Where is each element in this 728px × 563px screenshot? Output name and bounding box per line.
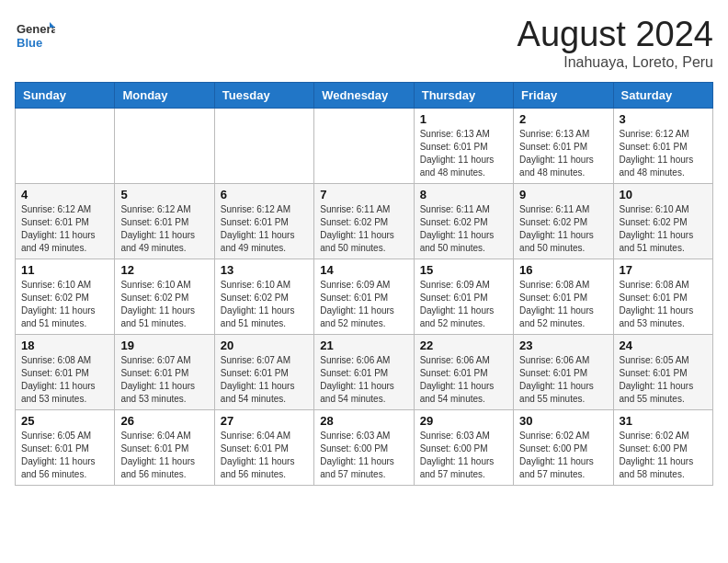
day-number: 30 [519,414,607,428]
day-info: Sunrise: 6:08 AMSunset: 6:01 PMDaylight:… [620,279,707,330]
day-info: Sunrise: 6:09 AMSunset: 6:01 PMDaylight:… [320,279,407,330]
calendar-cell: 4Sunrise: 6:12 AMSunset: 6:01 PMDaylight… [16,184,115,259]
day-number: 3 [620,112,707,126]
calendar-cell: 2Sunrise: 6:13 AMSunset: 6:01 PMDaylight… [514,109,613,184]
day-number: 6 [221,188,308,201]
calendar-cell: 21Sunrise: 6:06 AMSunset: 6:01 PMDayligh… [314,335,414,410]
calendar-cell: 29Sunrise: 6:03 AMSunset: 6:00 PMDayligh… [414,410,513,486]
calendar-cell: 8Sunrise: 6:11 AMSunset: 6:02 PMDaylight… [414,184,513,259]
day-info: Sunrise: 6:07 AMSunset: 6:01 PMDaylight:… [221,354,308,406]
day-info: Sunrise: 6:03 AMSunset: 6:00 PMDaylight:… [320,430,407,481]
calendar-cell: 12Sunrise: 6:10 AMSunset: 6:02 PMDayligh… [115,259,214,335]
svg-text:General: General [17,22,55,36]
day-number: 29 [420,414,507,428]
calendar-cell: 7Sunrise: 6:11 AMSunset: 6:02 PMDaylight… [314,184,414,259]
header-monday: Monday [115,83,214,109]
logo: General Blue [15,15,55,55]
calendar-cell [314,109,414,184]
day-info: Sunrise: 6:11 AMSunset: 6:02 PMDaylight:… [420,203,507,255]
day-info: Sunrise: 6:05 AMSunset: 6:01 PMDaylight:… [620,354,707,406]
header-friday: Friday [514,83,613,109]
day-info: Sunrise: 6:13 AMSunset: 6:01 PMDaylight:… [420,128,507,179]
calendar-cell: 5Sunrise: 6:12 AMSunset: 6:01 PMDaylight… [115,184,214,259]
day-number: 4 [21,188,108,201]
header-thursday: Thursday [414,83,513,109]
day-number: 28 [320,414,407,428]
week-row-4: 18Sunrise: 6:08 AMSunset: 6:01 PMDayligh… [16,335,713,410]
svg-text:Blue: Blue [17,36,42,50]
calendar-cell: 15Sunrise: 6:09 AMSunset: 6:01 PMDayligh… [414,259,513,335]
day-number: 12 [120,263,208,277]
day-info: Sunrise: 6:11 AMSunset: 6:02 PMDaylight:… [320,203,407,255]
day-info: Sunrise: 6:10 AMSunset: 6:02 PMDaylight:… [21,279,108,330]
day-number: 18 [21,339,108,352]
day-number: 9 [519,188,607,201]
day-number: 7 [320,188,407,201]
calendar-cell: 14Sunrise: 6:09 AMSunset: 6:01 PMDayligh… [314,259,414,335]
header-saturday: Saturday [613,83,712,109]
calendar-cell: 13Sunrise: 6:10 AMSunset: 6:02 PMDayligh… [214,259,313,335]
day-number: 5 [120,188,208,201]
day-number: 10 [620,188,707,201]
day-info: Sunrise: 6:12 AMSunset: 6:01 PMDaylight:… [21,203,108,255]
day-number: 24 [620,339,707,352]
calendar-cell [16,109,115,184]
calendar-cell: 11Sunrise: 6:10 AMSunset: 6:02 PMDayligh… [16,259,115,335]
day-number: 17 [620,263,707,277]
calendar-cell [115,109,214,184]
day-number: 2 [519,112,607,126]
day-info: Sunrise: 6:10 AMSunset: 6:02 PMDaylight:… [120,279,208,330]
calendar-table: Sunday Monday Tuesday Wednesday Thursday… [15,82,713,486]
calendar-cell: 28Sunrise: 6:03 AMSunset: 6:00 PMDayligh… [314,410,414,486]
calendar-cell: 22Sunrise: 6:06 AMSunset: 6:01 PMDayligh… [414,335,513,410]
day-number: 26 [120,414,208,428]
week-row-3: 11Sunrise: 6:10 AMSunset: 6:02 PMDayligh… [16,259,713,335]
day-number: 31 [620,414,707,428]
day-number: 15 [420,263,507,277]
calendar-cell: 26Sunrise: 6:04 AMSunset: 6:01 PMDayligh… [115,410,214,486]
day-number: 23 [519,339,607,352]
calendar-cell: 23Sunrise: 6:06 AMSunset: 6:01 PMDayligh… [514,335,613,410]
day-info: Sunrise: 6:02 AMSunset: 6:00 PMDaylight:… [519,430,607,481]
day-info: Sunrise: 6:10 AMSunset: 6:02 PMDaylight:… [620,203,707,255]
header-tuesday: Tuesday [214,83,313,109]
day-number: 21 [320,339,407,352]
calendar-cell: 3Sunrise: 6:12 AMSunset: 6:01 PMDaylight… [613,109,712,184]
calendar-cell: 6Sunrise: 6:12 AMSunset: 6:01 PMDaylight… [214,184,313,259]
calendar-cell: 18Sunrise: 6:08 AMSunset: 6:01 PMDayligh… [16,335,115,410]
day-info: Sunrise: 6:07 AMSunset: 6:01 PMDaylight:… [120,354,208,406]
day-info: Sunrise: 6:12 AMSunset: 6:01 PMDaylight:… [620,128,707,179]
day-info: Sunrise: 6:02 AMSunset: 6:00 PMDaylight:… [620,430,707,481]
day-info: Sunrise: 6:12 AMSunset: 6:01 PMDaylight:… [120,203,208,255]
day-info: Sunrise: 6:11 AMSunset: 6:02 PMDaylight:… [519,203,607,255]
calendar-cell: 9Sunrise: 6:11 AMSunset: 6:02 PMDaylight… [514,184,613,259]
weekday-header-row: Sunday Monday Tuesday Wednesday Thursday… [16,83,713,109]
calendar-cell: 24Sunrise: 6:05 AMSunset: 6:01 PMDayligh… [613,335,712,410]
day-info: Sunrise: 6:04 AMSunset: 6:01 PMDaylight:… [221,430,308,481]
day-number: 14 [320,263,407,277]
calendar-cell: 31Sunrise: 6:02 AMSunset: 6:00 PMDayligh… [613,410,712,486]
day-info: Sunrise: 6:04 AMSunset: 6:01 PMDaylight:… [120,430,208,481]
day-number: 13 [221,263,308,277]
day-number: 27 [221,414,308,428]
day-info: Sunrise: 6:10 AMSunset: 6:02 PMDaylight:… [221,279,308,330]
calendar-cell: 30Sunrise: 6:02 AMSunset: 6:00 PMDayligh… [514,410,613,486]
calendar-subtitle: Inahuaya, Loreto, Peru [518,54,713,71]
day-number: 22 [420,339,507,352]
day-info: Sunrise: 6:13 AMSunset: 6:01 PMDaylight:… [519,128,607,179]
week-row-1: 1Sunrise: 6:13 AMSunset: 6:01 PMDaylight… [16,109,713,184]
calendar-cell [214,109,313,184]
day-info: Sunrise: 6:06 AMSunset: 6:01 PMDaylight:… [519,354,607,406]
day-number: 8 [420,188,507,201]
day-info: Sunrise: 6:12 AMSunset: 6:01 PMDaylight:… [221,203,308,255]
day-info: Sunrise: 6:08 AMSunset: 6:01 PMDaylight:… [21,354,108,406]
calendar-cell: 17Sunrise: 6:08 AMSunset: 6:01 PMDayligh… [613,259,712,335]
week-row-2: 4Sunrise: 6:12 AMSunset: 6:01 PMDaylight… [16,184,713,259]
calendar-cell: 19Sunrise: 6:07 AMSunset: 6:01 PMDayligh… [115,335,214,410]
day-info: Sunrise: 6:08 AMSunset: 6:01 PMDaylight:… [519,279,607,330]
day-info: Sunrise: 6:09 AMSunset: 6:01 PMDaylight:… [420,279,507,330]
header-sunday: Sunday [16,83,115,109]
calendar-cell: 10Sunrise: 6:10 AMSunset: 6:02 PMDayligh… [613,184,712,259]
day-number: 11 [21,263,108,277]
title-block: August 2024 Inahuaya, Loreto, Peru [518,15,713,71]
